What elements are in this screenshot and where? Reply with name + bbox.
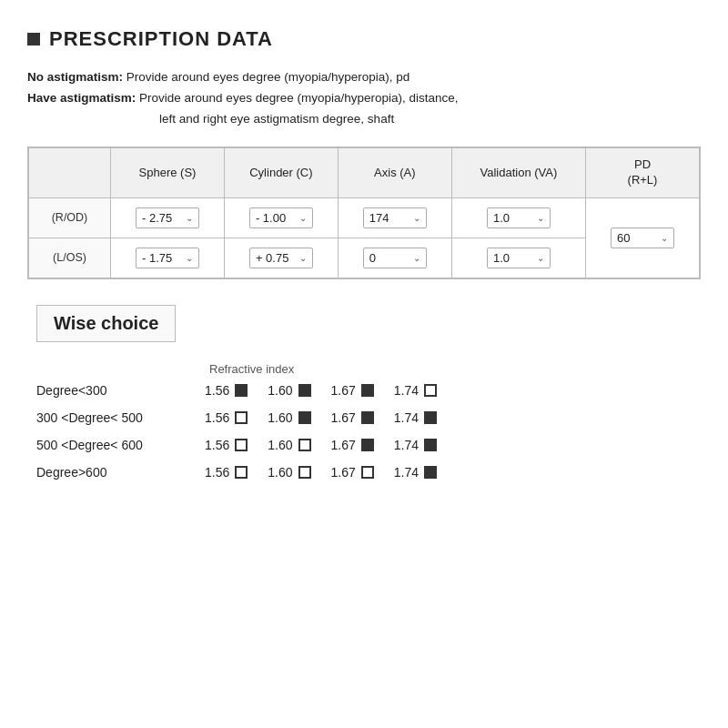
ri-checkbox-0-0[interactable] (235, 384, 248, 397)
ri-row-label-0: Degree<300 (36, 383, 205, 398)
ri-value-2-2: 1.67 (331, 438, 356, 452)
ri-checkbox-3-2[interactable] (361, 466, 374, 479)
ri-row-label-2: 500 <Degree< 600 (36, 438, 205, 452)
sphere-dropdown-1[interactable]: - 1.75⌄ (136, 248, 199, 268)
th-sphere: Sphere (S) (111, 147, 225, 197)
ri-checkbox-2-3[interactable] (424, 439, 437, 451)
ri-value-1-1: 1.60 (268, 410, 292, 425)
ri-header: Refractive index (209, 362, 701, 376)
ri-value-1-0: 1.56 (205, 410, 229, 425)
ri-option-0-2[interactable]: 1.67 (331, 383, 374, 398)
ri-value-1-2: 1.67 (331, 410, 356, 425)
ri-options-2: 1.561.601.671.74 (205, 438, 437, 452)
ri-checkbox-0-3[interactable] (424, 384, 437, 397)
th-pd: PD(R+L) (586, 147, 700, 197)
cylinder-dropdown-1[interactable]: + 0.75⌄ (249, 248, 313, 268)
ri-rows-container: Degree<3001.561.601.671.74300 <Degree< 5… (36, 383, 701, 480)
wise-choice-section: Wise choice Refractive index Degree<3001… (27, 305, 701, 480)
ri-option-0-0[interactable]: 1.56 (205, 383, 248, 398)
have-astigmatism-text2: left and right eye astigmatism degree, s… (159, 112, 394, 126)
validation-dropdown-0[interactable]: 1.0⌄ (487, 207, 551, 228)
ri-option-3-2[interactable]: 1.67 (331, 465, 374, 480)
ri-row-3: Degree>6001.561.601.671.74 (36, 465, 701, 480)
sphere-cell-0[interactable]: - 2.75⌄ (111, 197, 225, 238)
ri-option-1-1[interactable]: 1.60 (268, 410, 310, 425)
ri-option-2-3[interactable]: 1.74 (394, 438, 437, 452)
ri-option-2-0[interactable]: 1.56 (205, 438, 248, 452)
no-astigmatism-text: Provide around eyes degree (myopia/hyper… (123, 70, 410, 84)
axis-cell-0[interactable]: 174⌄ (338, 197, 451, 238)
table-header-row: Sphere (S) Cylinder (C) Axis (A) Validat… (29, 147, 700, 197)
wise-choice-title: Wise choice (36, 305, 176, 342)
axis-dropdown-1[interactable]: 0⌄ (363, 248, 427, 268)
ri-row-1: 300 <Degree< 5001.561.601.671.74 (36, 410, 701, 425)
section-title-container: PRESCRIPTION DATA (27, 27, 701, 51)
ri-value-2-3: 1.74 (394, 438, 419, 452)
have-astigmatism-text: Provide around eyes degree (myopia/hyper… (136, 91, 458, 105)
have-astigmatism-line: Have astigmatism: Provide around eyes de… (27, 88, 701, 109)
ri-row-label-3: Degree>600 (36, 465, 205, 480)
pd-cell[interactable]: 60⌄ (586, 197, 700, 278)
ri-value-3-1: 1.60 (268, 465, 292, 480)
th-cylinder: Cylinder (C) (224, 147, 338, 197)
ri-option-2-1[interactable]: 1.60 (268, 438, 310, 452)
no-astigmatism-line: No astigmatism: Provide around eyes degr… (27, 67, 701, 88)
ri-checkbox-1-0[interactable] (235, 411, 248, 424)
pd-dropdown[interactable]: 60⌄ (611, 228, 674, 248)
title-square-icon (27, 33, 40, 46)
ri-row-0: Degree<3001.561.601.671.74 (36, 383, 701, 398)
section-title: PRESCRIPTION DATA (49, 27, 273, 51)
ri-checkbox-3-1[interactable] (298, 466, 311, 479)
prescription-table-wrapper: Sphere (S) Cylinder (C) Axis (A) Validat… (27, 147, 701, 279)
no-astigmatism-label: No astigmatism: (27, 70, 123, 84)
ri-option-3-0[interactable]: 1.56 (205, 465, 248, 480)
validation-cell-1[interactable]: 1.0⌄ (451, 238, 585, 278)
ri-checkbox-0-1[interactable] (298, 384, 311, 397)
ri-checkbox-3-3[interactable] (424, 466, 437, 479)
ri-checkbox-1-1[interactable] (298, 411, 311, 424)
th-validation: Validation (VA) (451, 147, 585, 197)
sphere-cell-1[interactable]: - 1.75⌄ (111, 238, 225, 278)
ri-value-2-0: 1.56 (205, 438, 229, 452)
axis-dropdown-0[interactable]: 174⌄ (363, 207, 427, 228)
have-astigmatism-line2: left and right eye astigmatism degree, s… (159, 109, 701, 130)
ri-checkbox-2-2[interactable] (361, 439, 374, 451)
ri-value-2-1: 1.60 (268, 438, 292, 452)
ri-value-0-1: 1.60 (268, 383, 292, 398)
cylinder-cell-1[interactable]: + 0.75⌄ (224, 238, 338, 278)
prescription-table: Sphere (S) Cylinder (C) Axis (A) Validat… (28, 147, 700, 278)
have-astigmatism-label: Have astigmatism: (27, 91, 136, 105)
ri-option-1-0[interactable]: 1.56 (205, 410, 248, 425)
ri-value-3-0: 1.56 (205, 465, 229, 480)
row-label-0: (R/OD) (29, 197, 111, 238)
ri-option-0-1[interactable]: 1.60 (268, 383, 310, 398)
ri-option-3-3[interactable]: 1.74 (394, 465, 437, 480)
cylinder-cell-0[interactable]: - 1.00⌄ (224, 197, 338, 238)
ri-checkbox-2-1[interactable] (298, 439, 311, 451)
ri-checkbox-2-0[interactable] (235, 439, 248, 451)
ri-options-0: 1.561.601.671.74 (205, 383, 437, 398)
ri-row-2: 500 <Degree< 6001.561.601.671.74 (36, 438, 701, 452)
ri-checkbox-3-0[interactable] (235, 466, 248, 479)
ri-option-1-2[interactable]: 1.67 (331, 410, 374, 425)
row-label-1: (L/OS) (29, 238, 111, 278)
ri-checkbox-0-2[interactable] (361, 384, 374, 397)
ri-option-1-3[interactable]: 1.74 (394, 410, 437, 425)
ri-checkbox-1-2[interactable] (361, 411, 374, 424)
cylinder-dropdown-0[interactable]: - 1.00⌄ (249, 207, 313, 228)
ri-checkbox-1-3[interactable] (424, 411, 437, 424)
ri-option-0-3[interactable]: 1.74 (394, 383, 437, 398)
ri-value-0-2: 1.67 (331, 383, 356, 398)
sphere-dropdown-0[interactable]: - 2.75⌄ (136, 207, 199, 228)
ri-value-0-0: 1.56 (205, 383, 229, 398)
ri-option-2-2[interactable]: 1.67 (331, 438, 374, 452)
axis-cell-1[interactable]: 0⌄ (338, 238, 451, 278)
ri-options-1: 1.561.601.671.74 (205, 410, 437, 425)
ri-options-3: 1.561.601.671.74 (205, 465, 437, 480)
description-block: No astigmatism: Provide around eyes degr… (27, 67, 701, 130)
validation-dropdown-1[interactable]: 1.0⌄ (487, 248, 551, 268)
ri-option-3-1[interactable]: 1.60 (268, 465, 310, 480)
th-axis: Axis (A) (338, 147, 451, 197)
ri-value-3-2: 1.67 (331, 465, 356, 480)
validation-cell-0[interactable]: 1.0⌄ (451, 197, 585, 238)
